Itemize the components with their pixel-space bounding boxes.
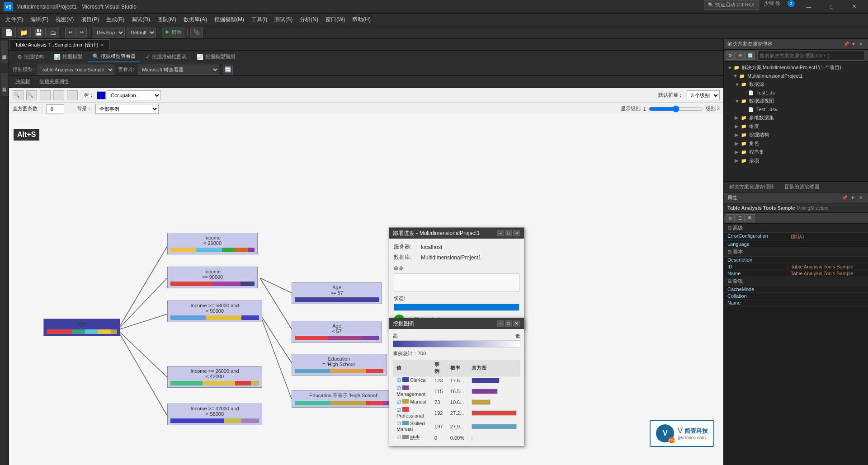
menu-tools[interactable]: 工具(I)	[248, 14, 271, 25]
platform-select[interactable]: Default	[127, 28, 156, 38]
solution-search-input[interactable]	[757, 51, 864, 61]
start-btn[interactable]: ▶ 启动	[162, 28, 184, 38]
menu-debug[interactable]: 调试(D)	[128, 14, 154, 25]
attach-btn[interactable]: 📎	[190, 28, 203, 38]
menu-file[interactable]: 文件(F)	[2, 14, 27, 25]
sol-close-btn[interactable]: ✕	[857, 41, 864, 48]
tool-tab-viewer[interactable]: 🔍 挖掘模型查看器	[88, 51, 140, 62]
menu-database[interactable]: 数据库(A)	[180, 14, 211, 25]
legend-maximize-btn[interactable]: □	[505, 320, 512, 327]
sidebar-toolbox[interactable]: 工具箱	[1, 73, 8, 96]
sol-collapse-btn[interactable]: ▼	[850, 41, 857, 48]
left-sidebar: 服务器资源管理器 工具箱	[0, 39, 9, 465]
sol-refresh-btn[interactable]: 🔄	[745, 52, 755, 60]
menu-help[interactable]: 帮助(H)	[349, 14, 374, 25]
legend-minimize-btn[interactable]: −	[497, 320, 504, 327]
menu-analyze[interactable]: 分析(N)	[296, 14, 322, 25]
background-select[interactable]: 全部事例	[95, 104, 159, 114]
tool-tab-structure[interactable]: ⚙ 挖掘结构	[13, 52, 48, 62]
prop-search-btn[interactable]: 🔍	[745, 214, 755, 222]
open-btn[interactable]: 📁	[17, 28, 31, 38]
mining-structure-folder[interactable]: ▶ 📁 挖掘结构	[726, 131, 866, 139]
legend-close-btn[interactable]: ✕	[513, 320, 520, 327]
new-project-btn[interactable]: 📄	[2, 28, 16, 38]
fit-view-btn[interactable]: []	[40, 90, 51, 100]
datasource-folder[interactable]: ▼ 📁 数据源	[726, 80, 866, 89]
close-button[interactable]: ✕	[844, 0, 864, 14]
save-all-btn[interactable]: 🗂	[47, 28, 59, 38]
level-slider[interactable]	[649, 105, 703, 113]
dimension-folder[interactable]: ▶ 📁 维度	[726, 122, 866, 131]
deployment-close-btn[interactable]: ✕	[513, 230, 520, 236]
node-income-gte-90000[interactable]: Income >= 90000	[167, 267, 258, 288]
menu-mining[interactable]: 挖掘模型(M)	[211, 14, 248, 25]
main-tab[interactable]: Table Analysis T...Sample.dmm [设计] ✕	[9, 39, 110, 50]
role-folder[interactable]: ▶ 📁 角色	[726, 139, 866, 148]
tree-select[interactable]: Occupation	[107, 90, 161, 100]
deployment-maximize-btn[interactable]: □	[505, 230, 512, 236]
zoom-in-btn[interactable]: 🔍+	[13, 90, 24, 100]
menu-view[interactable]: 视图(V)	[52, 14, 77, 25]
misc-folder[interactable]: ▶ 📁 杂项	[726, 156, 866, 165]
node-income-26000-42000[interactable]: Income >= 26000 and < 42000	[167, 366, 262, 388]
menu-window[interactable]: 窗口(W)	[322, 14, 349, 25]
node-education-not-highschool[interactable]: Education 不等于 'High School'	[292, 390, 396, 408]
node-age-gte-57[interactable]: Age >= 57	[292, 282, 382, 304]
sol-show-all-btn[interactable]: 👁	[736, 52, 745, 60]
tool-tab-model[interactable]: 📊 挖掘模型	[49, 52, 87, 62]
node-education-highschool[interactable]: Education = 'High School'	[292, 354, 387, 376]
menu-edit[interactable]: 编辑(E)	[27, 14, 52, 25]
n1-title: Income	[170, 235, 255, 240]
minimize-button[interactable]: —	[798, 0, 819, 14]
root-node[interactable]: 全部	[43, 319, 120, 336]
test1-ds-item[interactable]: 📄 Test1.ds	[726, 89, 866, 97]
prop-close-btn[interactable]: ✕	[857, 194, 864, 202]
quick-launch-label[interactable]: 快速启动 (Ctrl+Q)	[715, 1, 754, 8]
tab-close-btn[interactable]: ✕	[100, 42, 104, 47]
redo-btn[interactable]: ↪	[76, 28, 87, 38]
menu-test[interactable]: 测试(S)	[271, 14, 296, 25]
save-btn[interactable]: 💾	[32, 28, 46, 38]
prop-group-btn[interactable]: ☰	[736, 214, 745, 222]
prop-pin-btn[interactable]: 📌	[841, 194, 848, 202]
viewer-select[interactable]: Microsoft 树查看器	[138, 65, 219, 75]
node-income-58000-90000[interactable]: Income >= 58000 and < 90000	[167, 301, 262, 322]
maximize-button[interactable]: □	[821, 0, 842, 14]
tab-solution-explorer[interactable]: 解决方案资源管理器	[724, 182, 779, 192]
project-item[interactable]: ▼ 📁 MultidimensionalProject1	[726, 72, 866, 80]
multidim-folder[interactable]: ▶ 📁 多维数据集	[726, 113, 866, 122]
sub-tab-decision[interactable]: 决策树	[13, 77, 33, 86]
expand-btn[interactable]: ↔	[53, 90, 64, 100]
node-age-lt-57[interactable]: Age < 57	[292, 321, 382, 343]
deployment-minimize-btn[interactable]: −	[497, 230, 504, 236]
tool-tab-predict[interactable]: 📈 挖掘模型预测	[192, 52, 240, 62]
undo-btn[interactable]: ↩	[65, 28, 75, 38]
zoom-out-btn[interactable]: 🔍−	[26, 90, 37, 100]
dsv-label: 数据源视图	[749, 98, 774, 104]
model-select[interactable]: Table Analysis Tools Sample	[38, 65, 114, 75]
node-income-lt-26000[interactable]: Income < 26000	[167, 233, 258, 254]
tab-team-explorer[interactable]: 团队资源管理器	[779, 182, 825, 192]
menu-project[interactable]: 项目(P)	[77, 14, 103, 25]
sub-tab-dependency[interactable]: 依赖关系网络	[37, 77, 72, 86]
node-income-42000-58000[interactable]: Income >= 42000 and < 58000	[167, 404, 262, 425]
default-expand-select[interactable]: 3 个级别	[687, 90, 720, 100]
refresh-btn[interactable]: 🔄	[223, 65, 233, 75]
prop-collapse-btn[interactable]: ▼	[849, 194, 856, 202]
sol-pin-btn[interactable]: 📌	[843, 41, 850, 48]
datasourceview-folder[interactable]: ▼ 📁 数据源视图	[726, 97, 866, 105]
menu-build[interactable]: 生成(B)	[103, 14, 128, 25]
layout-btn[interactable]: ⊟	[67, 90, 78, 100]
legend-cases-manual: 73	[431, 398, 447, 406]
test1-dsv-item[interactable]: 📄 Test1.dsv	[726, 105, 866, 113]
hist-count-input[interactable]	[46, 104, 64, 113]
config-select[interactable]: Develop	[93, 28, 125, 38]
menu-team[interactable]: 团队(M)	[154, 14, 180, 25]
toolbar-sep-1	[62, 28, 62, 37]
assembly-folder[interactable]: ▶ 📁 程序集	[726, 148, 866, 156]
prop-sort-btn[interactable]: ⚙	[726, 214, 735, 222]
sidebar-server-explorer[interactable]: 服务器资源管理器	[1, 41, 8, 63]
sol-properties-btn[interactable]: ⚙	[726, 52, 735, 60]
solution-root-item[interactable]: ▼ 📁 解决方案'MultidimensionalProject1'(1 个项目…	[726, 63, 866, 72]
tool-tab-accuracy[interactable]: ✓ 挖掘准确性图表	[141, 52, 191, 62]
